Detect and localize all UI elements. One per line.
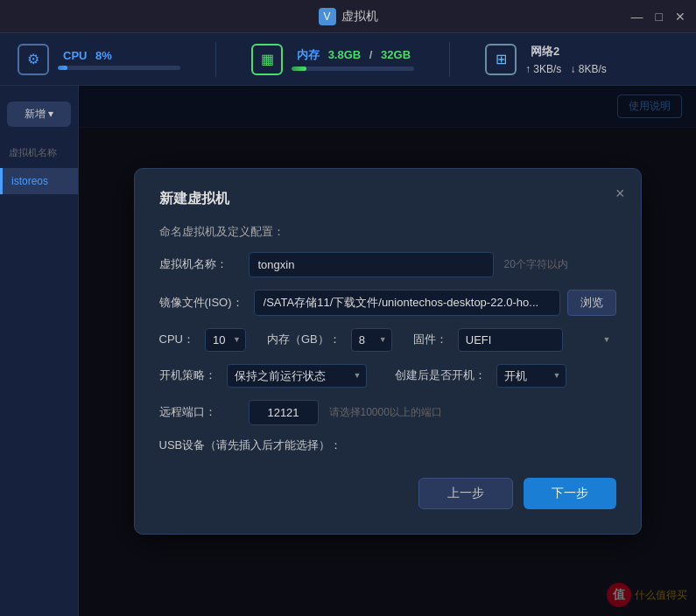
net-label: 网络2 xyxy=(531,45,559,58)
back-button[interactable]: 上一步 xyxy=(418,478,513,509)
add-vm-button[interactable]: 新增 ▾ xyxy=(7,102,71,127)
cpu-label: CPU： xyxy=(159,332,194,347)
cpu-ram-row: CPU： 10 1248 内存（GB）： 8 12416 xyxy=(159,328,616,352)
ram-icon: ▦ xyxy=(251,44,283,75)
app-icon: V xyxy=(319,8,336,25)
boot-policy-select[interactable]: 保持之前运行状态 开机 关机 xyxy=(227,364,367,388)
cpu-label: CPU xyxy=(63,49,87,62)
main-content: 新增 ▾ 虚拟机名称 istoreos 使用说明 新建虚拟机 × 命名虚拟机及定… xyxy=(0,86,696,616)
cpu-select[interactable]: 10 1248 xyxy=(205,328,246,352)
ram-total: 32GB xyxy=(381,48,411,61)
cpu-value: 8% xyxy=(95,49,112,62)
form-section-label: 命名虚拟机及定义配置： xyxy=(159,224,616,240)
window-controls: — □ ✕ xyxy=(631,10,685,24)
next-button[interactable]: 下一步 xyxy=(524,478,616,509)
auto-boot-select-wrapper: 开机 关机 xyxy=(496,364,566,388)
modal-overlay: 新建虚拟机 × 命名虚拟机及定义配置： 虚拟机名称： 20个字符以内 镜像文件(… xyxy=(79,86,696,616)
usb-label: USB设备（请先插入后才能选择）： xyxy=(159,438,342,453)
net-status: ⊞ 网络2 ↑ 3KB/s ↓ 8KB/s xyxy=(485,44,607,75)
boot-policy-label: 开机策略： xyxy=(159,368,216,383)
remote-port-input[interactable] xyxy=(249,400,319,425)
browse-button[interactable]: 浏览 xyxy=(567,290,616,316)
modal-title: 新建虚拟机 xyxy=(159,190,616,208)
cpu-icon: ⚙ xyxy=(18,44,49,75)
net-icon: ⊞ xyxy=(485,44,517,75)
vm-name-label: 虚拟机名称： xyxy=(159,256,238,272)
maximize-button[interactable]: □ xyxy=(656,10,663,24)
modal-footer: 上一步 下一步 xyxy=(159,478,616,509)
ram-label: 内存（GB）： xyxy=(267,332,341,347)
net-down: ↓ 8KB/s xyxy=(570,63,606,75)
ram-select[interactable]: 8 12416 xyxy=(351,328,392,352)
vm-name-input[interactable] xyxy=(249,252,494,277)
create-vm-modal: 新建虚拟机 × 命名虚拟机及定义配置： 虚拟机名称： 20个字符以内 镜像文件(… xyxy=(134,168,642,535)
net-up: ↑ 3KB/s xyxy=(525,63,561,75)
cpu-progress-bg xyxy=(58,66,180,70)
boot-policy-select-wrapper: 保持之前运行状态 开机 关机 xyxy=(227,364,367,388)
sidebar-item-istoreos[interactable]: istoreos xyxy=(0,168,78,194)
iso-label: 镜像文件(ISO)： xyxy=(159,295,243,311)
status-bar: ⚙ CPU 8% ▦ 内存 3.8GB / 32GB ⊞ xyxy=(0,33,696,86)
right-panel: 使用说明 新建虚拟机 × 命名虚拟机及定义配置： 虚拟机名称： 20个字符以内 … xyxy=(79,86,696,616)
cpu-select-wrapper: 10 1248 xyxy=(205,328,246,352)
auto-boot-label: 创建后是否开机： xyxy=(395,368,486,383)
usb-row: USB设备（请先插入后才能选择）： xyxy=(159,438,616,453)
firmware-label: 固件： xyxy=(413,332,447,347)
cpu-status: ⚙ CPU 8% xyxy=(18,44,180,75)
minimize-button[interactable]: — xyxy=(631,10,643,24)
ram-progress-fill xyxy=(292,66,306,71)
remote-port-hint: 请选择10000以上的端口 xyxy=(329,405,442,420)
ram-select-wrapper: 8 12416 xyxy=(351,328,392,352)
ram-status: ▦ 内存 3.8GB / 32GB xyxy=(251,44,414,75)
iso-path-input[interactable] xyxy=(254,290,560,316)
iso-row: 镜像文件(ISO)： 浏览 xyxy=(159,290,616,316)
divider-1 xyxy=(215,42,216,77)
sidebar: 新增 ▾ 虚拟机名称 istoreos xyxy=(0,86,79,616)
vm-name-hint: 20个字符以内 xyxy=(504,257,568,272)
cpu-progress-fill xyxy=(58,66,67,70)
ram-progress-bg xyxy=(292,66,414,71)
divider-2 xyxy=(449,42,450,77)
app-title: V 虚拟机 xyxy=(319,8,378,25)
modal-close-button[interactable]: × xyxy=(615,185,625,203)
close-button[interactable]: ✕ xyxy=(675,10,685,24)
firmware-select[interactable]: UEFI BIOS xyxy=(458,328,563,352)
auto-boot-select[interactable]: 开机 关机 xyxy=(496,364,566,388)
remote-port-row: 远程端口： 请选择10000以上的端口 xyxy=(159,400,616,425)
vm-name-row: 虚拟机名称： 20个字符以内 xyxy=(159,252,616,277)
remote-port-label: 远程端口： xyxy=(159,404,238,420)
boot-policy-row: 开机策略： 保持之前运行状态 开机 关机 创建后是否开机： 开机 关机 xyxy=(159,364,616,388)
title-bar: V 虚拟机 — □ ✕ xyxy=(0,0,696,33)
ram-label: 内存 xyxy=(297,48,320,61)
sidebar-header: 虚拟机名称 xyxy=(0,141,78,164)
ram-used: 3.8GB xyxy=(328,48,362,61)
firmware-select-wrapper: UEFI BIOS xyxy=(458,328,616,352)
